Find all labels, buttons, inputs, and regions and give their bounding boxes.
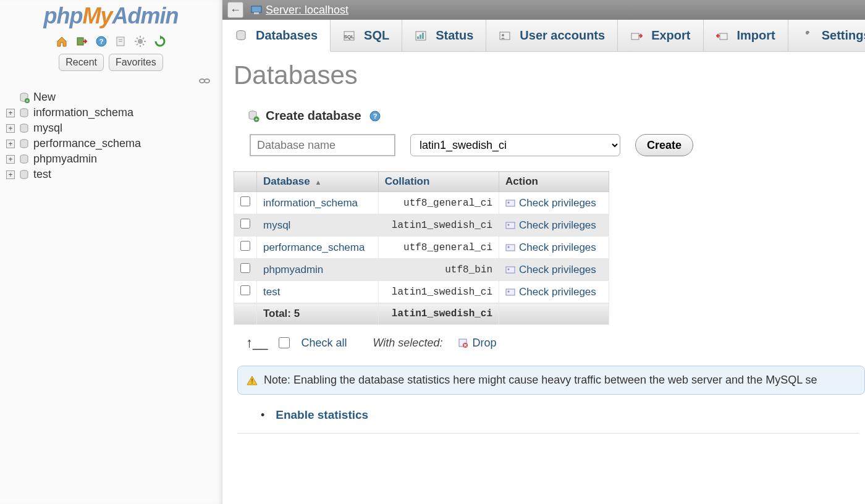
sql-tab-icon: SQL — [343, 30, 355, 41]
tree-new-db[interactable]: + + New — [6, 90, 217, 105]
statistics-note: ! Note: Enabling the database statistics… — [237, 366, 865, 395]
tree-new-label: New — [33, 91, 56, 104]
privileges-icon — [505, 221, 515, 230]
tab-label: Settings — [822, 28, 865, 43]
table-row: information_schema utf8_general_ci Check… — [234, 192, 609, 214]
row-collation: utf8_bin — [378, 259, 499, 281]
new-db-icon: + — [247, 110, 260, 122]
database-icon — [19, 123, 30, 134]
docs-icon[interactable]: ? — [95, 35, 108, 48]
svg-rect-36 — [631, 33, 639, 40]
check-privileges-link[interactable]: Check privileges — [519, 197, 596, 209]
db-link[interactable]: performance_schema — [263, 242, 365, 253]
reload-icon[interactable] — [154, 35, 166, 48]
tab-export[interactable]: Export — [618, 20, 703, 51]
note-text: Note: Enabling the database statistics h… — [264, 374, 817, 387]
check-privileges-link[interactable]: Check privileges — [519, 264, 596, 275]
row-checkbox[interactable] — [240, 196, 250, 206]
logo: phpMyAdmin — [0, 3, 222, 33]
create-button[interactable]: Create — [635, 134, 693, 156]
home-icon[interactable] — [56, 35, 68, 48]
db-link[interactable]: information_schema — [263, 197, 358, 209]
row-checkbox[interactable] — [240, 219, 250, 229]
database-icon — [19, 107, 30, 119]
tree-item-mysql[interactable]: + mysql — [6, 120, 217, 136]
page-title: Databases — [234, 61, 865, 90]
drop-label: Drop — [472, 337, 496, 350]
wrench-icon — [801, 30, 813, 41]
db-link[interactable]: test — [263, 286, 280, 298]
svg-text:+: + — [255, 117, 258, 122]
svg-point-15 — [200, 79, 205, 83]
export-icon — [630, 30, 643, 41]
logo-php: php — [44, 3, 83, 28]
row-checkbox[interactable] — [240, 263, 250, 273]
tab-status[interactable]: Status — [402, 20, 486, 51]
tab-databases[interactable]: Databases — [222, 20, 331, 52]
enable-statistics-link[interactable]: Enable statistics — [276, 408, 368, 421]
logo-admin: Admin — [112, 3, 179, 28]
database-icon — [19, 154, 30, 165]
check-all-link[interactable]: Check all — [301, 337, 347, 350]
row-checkbox[interactable] — [240, 241, 250, 251]
database-name-input[interactable] — [250, 134, 395, 156]
db-link[interactable]: phpmyadmin — [263, 264, 323, 275]
check-privileges-link[interactable]: Check privileges — [519, 286, 596, 298]
tab-settings[interactable]: Settings — [788, 20, 865, 51]
row-collation: latin1_swedish_ci — [378, 281, 499, 303]
drop-action[interactable]: Drop — [457, 337, 496, 350]
main: ← Server: localhost Databases SQL SQL St… — [222, 0, 865, 504]
row-checkbox[interactable] — [240, 285, 250, 295]
tab-sql[interactable]: SQL SQL — [331, 20, 402, 51]
tab-import[interactable]: Import — [704, 20, 788, 51]
svg-rect-37 — [720, 33, 727, 40]
favorites-tab[interactable]: Favorites — [109, 54, 163, 71]
db-link[interactable]: mysql — [263, 219, 290, 231]
check-privileges-link[interactable]: Check privileges — [519, 219, 596, 231]
check-privileges-link[interactable]: Check privileges — [519, 242, 596, 253]
svg-rect-51 — [506, 289, 515, 295]
collation-select[interactable]: latin1_swedish_ci — [410, 134, 620, 156]
svg-point-46 — [508, 224, 510, 226]
expand-icon[interactable]: + — [6, 155, 15, 164]
expand-icon[interactable]: + — [6, 124, 15, 133]
check-all-checkbox[interactable] — [279, 337, 290, 348]
tree-item-performance_schema[interactable]: + performance_schema — [6, 136, 217, 151]
import-icon — [716, 30, 728, 41]
logout-icon[interactable] — [75, 35, 88, 48]
header-action: Action — [499, 172, 609, 192]
sidebar-toolbar: ? — [0, 33, 222, 54]
privileges-icon — [505, 266, 515, 274]
tab-label: Import — [737, 28, 775, 43]
privileges-icon — [505, 199, 515, 208]
divider — [237, 433, 859, 434]
row-collation: utf8_general_ci — [378, 237, 499, 259]
tab-bar: Databases SQL SQL Status User accounts E… — [222, 20, 865, 52]
help-icon[interactable]: ? — [369, 110, 381, 122]
total-collation: latin1_swedish_ci — [378, 303, 499, 325]
warning-icon: ! — [247, 375, 258, 386]
header-database[interactable]: Database▲ — [257, 172, 379, 192]
drop-icon — [457, 337, 468, 348]
collapse-link-icon[interactable] — [0, 74, 222, 90]
expand-icon[interactable]: + — [6, 140, 15, 148]
server-label[interactable]: Server: localhost — [266, 4, 348, 17]
databases-icon — [235, 30, 247, 41]
tab-user-accounts[interactable]: User accounts — [486, 20, 618, 51]
expand-icon[interactable]: + — [6, 109, 15, 117]
expand-icon[interactable]: + — [6, 170, 15, 179]
server-icon — [251, 5, 262, 15]
tree-item-label: mysql — [33, 122, 62, 135]
settings-icon[interactable] — [134, 35, 146, 48]
table-row: test latin1_swedish_ci Check privileges — [234, 281, 609, 303]
back-button[interactable]: ← — [227, 2, 243, 18]
recent-tab[interactable]: Recent — [59, 54, 104, 71]
tree-item-information_schema[interactable]: + information_schema — [6, 105, 217, 120]
tree-item-label: phpmyadmin — [33, 153, 97, 166]
svg-point-44 — [508, 202, 510, 204]
tree-item-test[interactable]: + test — [6, 167, 217, 182]
tree-item-phpmyadmin[interactable]: + phpmyadmin — [6, 151, 217, 167]
svg-rect-25 — [251, 6, 261, 12]
sql-icon[interactable] — [114, 35, 127, 48]
header-collation[interactable]: Collation — [378, 172, 499, 192]
